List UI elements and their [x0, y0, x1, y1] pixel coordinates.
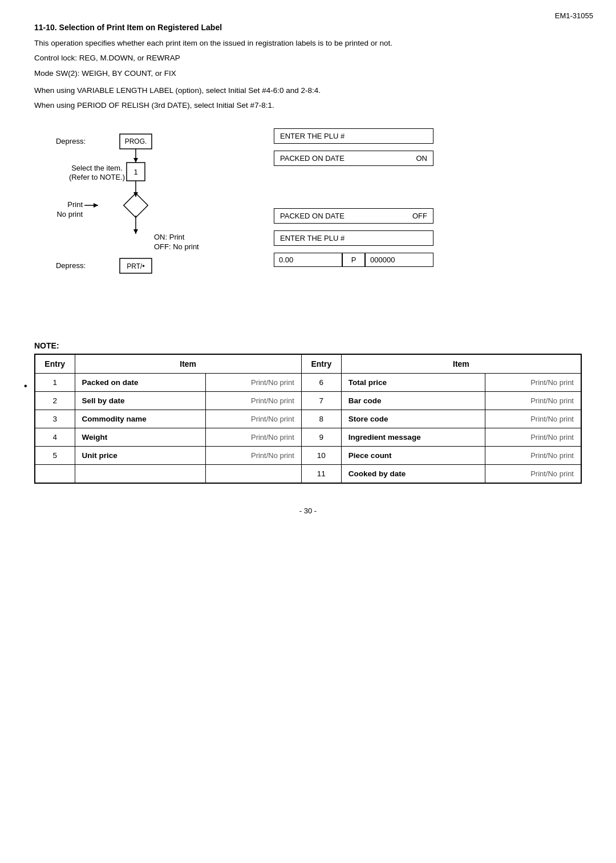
print-no-print-right: Print/No print: [485, 465, 581, 484]
table-row: 5: [35, 447, 75, 465]
paragraph1: This operation specifies whether each pr…: [34, 38, 582, 49]
note-label: NOTE:: [34, 341, 582, 350]
section-title: 11-10. Selection of Print Item on Regist…: [34, 23, 582, 32]
table-row: 3: [35, 410, 75, 428]
enter-plu-label-top: ENTER THE PLU #: [280, 132, 345, 140]
flow-diagram: PROG. Depress: 1 Select the item. (Refer…: [34, 128, 240, 322]
col-entry-right: Entry: [301, 354, 341, 374]
svg-rect-11: [124, 193, 148, 217]
display-panels: ENTER THE PLU # PACKED ON DATE ON PACKED…: [274, 128, 433, 267]
bottom-cell-code: 000000: [365, 253, 433, 267]
table-row: 10: [301, 447, 341, 465]
table-row: [35, 465, 75, 484]
list-item: [75, 465, 206, 484]
table-row: 11: [301, 465, 341, 484]
enter-plu-label-bottom: ENTER THE PLU #: [280, 234, 345, 242]
bullet-point: •: [24, 381, 27, 391]
print-no-print-left: Print/No print: [206, 410, 302, 428]
packed-off-value: OFF: [412, 212, 427, 220]
print-no-print-left: Print/No print: [206, 392, 302, 410]
svg-text:Depress:: Depress:: [56, 137, 86, 145]
page-id: EM1-31055: [555, 11, 593, 20]
svg-text:PRT/•: PRT/•: [127, 262, 144, 270]
packed-off-label: PACKED ON DATE: [280, 212, 345, 220]
col-entry-left: Entry: [35, 354, 75, 374]
list-item: Packed on date: [75, 374, 206, 392]
svg-text:Depress:: Depress:: [56, 261, 86, 270]
table-row: 2: [35, 392, 75, 410]
print-no-print-right: Print/No print: [485, 392, 581, 410]
display-enter-plu-top: ENTER THE PLU #: [274, 128, 433, 144]
display-bottom-row: 0.00 P 000000: [274, 253, 433, 267]
print-no-print-left: [206, 465, 302, 484]
mode-sw: Mode SW(2): WEIGH, BY COUNT, or FIX: [34, 68, 582, 79]
svg-text:Select the item.: Select the item.: [71, 164, 123, 172]
svg-text:1: 1: [133, 168, 137, 176]
note-table: Entry Item Entry Item 1Packed on datePri…: [34, 354, 582, 484]
col-item-right: Item: [341, 354, 581, 374]
list-item: Piece count: [341, 447, 485, 465]
list-item: Sell by date: [75, 392, 206, 410]
svg-text:No print: No print: [56, 210, 83, 218]
packed-on-label: PACKED ON DATE: [280, 154, 345, 163]
packed-on-value: ON: [416, 154, 428, 163]
control-lock: Control lock: REG, M.DOWN, or REWRAP: [34, 52, 582, 64]
list-item: Cooked by date: [341, 465, 485, 484]
display-packed-on: PACKED ON DATE ON: [274, 151, 433, 166]
print-no-print-right: Print/No print: [485, 428, 581, 447]
svg-marker-4: [133, 158, 138, 163]
svg-text:OFF: No print: OFF: No print: [154, 242, 199, 251]
table-row: 6: [301, 374, 341, 392]
diagram-area: PROG. Depress: 1 Select the item. (Refer…: [34, 128, 582, 324]
bottom-cell-price: 0.00: [274, 253, 342, 267]
table-row: 4: [35, 428, 75, 447]
display-enter-plu-bottom: ENTER THE PLU #: [274, 230, 433, 246]
svg-text:(Refer to NOTE.): (Refer to NOTE.): [69, 173, 125, 181]
print-no-print-right: Print/No print: [485, 374, 581, 392]
page-number: - 30 -: [34, 507, 582, 515]
svg-marker-18: [133, 229, 138, 234]
period-label: When using PERIOD OF RELISH (3rd DATE), …: [34, 100, 582, 111]
print-no-print-left: Print/No print: [206, 428, 302, 447]
list-item: Store code: [341, 410, 485, 428]
print-no-print-left: Print/No print: [206, 447, 302, 465]
list-item: Ingredient message: [341, 428, 485, 447]
svg-text:ON:  Print: ON: Print: [154, 233, 185, 241]
svg-marker-15: [94, 203, 98, 208]
table-row: 1: [35, 374, 75, 392]
variable-label: When using VARIABLE LENGTH LABEL (option…: [34, 85, 582, 96]
display-packed-off: PACKED ON DATE OFF: [274, 208, 433, 224]
table-row: 7: [301, 392, 341, 410]
list-item: Total price: [341, 374, 485, 392]
print-no-print-right: Print/No print: [485, 410, 581, 428]
print-no-print-right: Print/No print: [485, 447, 581, 465]
svg-text:Print: Print: [67, 200, 83, 209]
list-item: Unit price: [75, 447, 206, 465]
list-item: Weight: [75, 428, 206, 447]
svg-text:PROG.: PROG.: [125, 137, 147, 145]
table-row: 9: [301, 428, 341, 447]
list-item: Commodity name: [75, 410, 206, 428]
col-item-left: Item: [75, 354, 301, 374]
bottom-cell-p: P: [342, 253, 365, 267]
print-no-print-left: Print/No print: [206, 374, 302, 392]
table-row: 8: [301, 410, 341, 428]
list-item: Bar code: [341, 392, 485, 410]
